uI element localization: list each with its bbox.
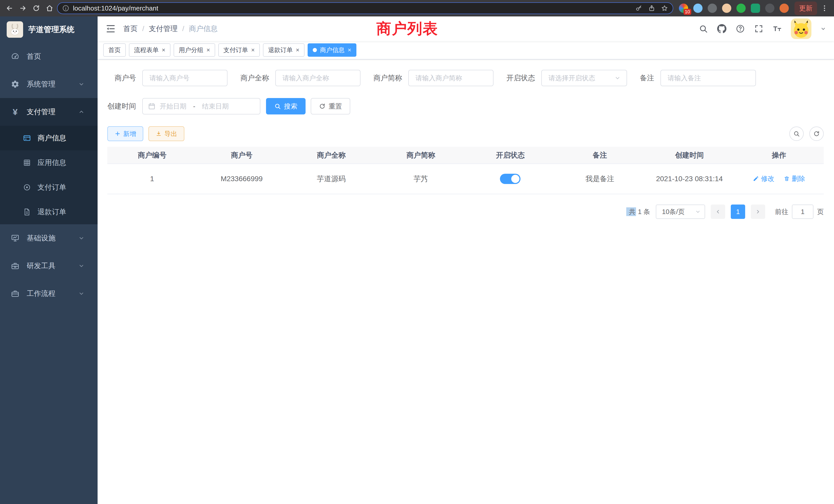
extension-icon-5[interactable]: [737, 4, 746, 13]
tab-close-icon[interactable]: ×: [251, 47, 255, 53]
refresh-table-button[interactable]: [809, 127, 824, 141]
date-range-separator: -: [193, 102, 195, 110]
reload-button[interactable]: [30, 2, 42, 14]
sidebar-item-system[interactable]: 系统管理: [0, 70, 97, 98]
tab-close-icon[interactable]: ×: [162, 47, 166, 53]
merchant-name-label: 商户全称: [240, 73, 269, 83]
next-page-button[interactable]: [751, 205, 765, 219]
merchant-name-input[interactable]: [275, 70, 360, 86]
pagination-total-prefix: 共: [626, 207, 636, 216]
sidebar-item-home[interactable]: 首页: [0, 43, 97, 70]
browser-menu-button[interactable]: [818, 2, 830, 14]
tab-process-form[interactable]: 流程表单 ×: [129, 43, 171, 57]
tab-pay-order[interactable]: 支付订单 ×: [218, 43, 260, 57]
cell-short-name: 芋艿: [376, 164, 465, 194]
edit-link[interactable]: 修改: [753, 174, 774, 183]
github-link[interactable]: [717, 24, 727, 33]
tab-user-group[interactable]: 用户分组 ×: [174, 43, 215, 57]
sidebar-item-infrastructure[interactable]: 基础设施: [0, 224, 97, 252]
status-toggle[interactable]: [500, 174, 521, 184]
merchant-card-icon: [23, 134, 31, 142]
sidebar-item-merchant-info[interactable]: 商户信息: [0, 126, 97, 151]
sidebar-item-app-info[interactable]: 应用信息: [0, 151, 97, 175]
trash-icon: [784, 176, 790, 182]
delete-link[interactable]: 删除: [784, 174, 805, 183]
fullscreen-button[interactable]: [754, 24, 764, 33]
breadcrumb-payment[interactable]: 支付管理: [149, 24, 178, 33]
header-search-button[interactable]: [698, 24, 708, 33]
home-button[interactable]: [44, 2, 56, 14]
tab-refund-order[interactable]: 退款订单 ×: [263, 43, 305, 57]
sidebar-group-payment: ¥ 支付管理 商户信息 应用信息 支付订单: [0, 98, 97, 224]
extension-icon-1[interactable]: 10: [679, 4, 688, 13]
search-button[interactable]: 搜索: [266, 98, 306, 114]
filter-row-1: 商户号 商户全称 商户简称 开启状态 请选择开启状态: [107, 70, 824, 86]
table-toolbar: 新增 导出: [107, 126, 824, 141]
font-size-button[interactable]: [772, 24, 782, 33]
tab-close-icon[interactable]: ×: [296, 47, 300, 53]
cell-merchant-no: M233666999: [197, 164, 287, 194]
extension-icon-7[interactable]: [765, 4, 774, 13]
sidebar-item-workflow[interactable]: 工作流程: [0, 280, 97, 307]
col-merchant-id: 商户编号: [107, 147, 197, 164]
bookmark-star-icon[interactable]: [661, 5, 668, 12]
filter-merchant-name: 商户全称: [240, 70, 360, 86]
refresh-icon: [319, 103, 326, 110]
sidebar-item-dev-tools[interactable]: 研发工具: [0, 252, 97, 280]
chevron-right-icon: [755, 209, 761, 214]
merchant-short-input[interactable]: [408, 70, 493, 86]
delete-link-label: 删除: [792, 174, 805, 183]
reset-button[interactable]: 重置: [311, 98, 350, 114]
sidebar-item-refund-order[interactable]: 退款订单: [0, 200, 97, 224]
tab-close-icon[interactable]: ×: [206, 47, 210, 53]
create-time-range-picker[interactable]: 开始日期 - 结束日期: [142, 98, 260, 114]
col-full-name: 商户全称: [287, 147, 376, 164]
tab-merchant-info[interactable]: 商户信息 ×: [308, 43, 356, 57]
home-icon: [46, 4, 53, 12]
chevron-left-icon: [715, 209, 721, 214]
extension-icon-6[interactable]: [751, 4, 760, 13]
col-create-time: 创建时间: [645, 147, 734, 164]
password-key-icon[interactable]: [635, 5, 642, 12]
remark-input[interactable]: [660, 70, 756, 86]
extension-icons: 10: [675, 4, 793, 13]
site-info-icon[interactable]: [62, 5, 69, 12]
url-text[interactable]: localhost:1024/pay/merchant: [73, 4, 158, 12]
forward-button[interactable]: [17, 2, 29, 14]
share-icon[interactable]: [648, 5, 655, 12]
filter-merchant-no: 商户号: [107, 70, 227, 86]
export-button[interactable]: 导出: [148, 126, 184, 141]
browser-toolbar: localhost:1024/pay/merchant 10 更新: [0, 0, 834, 17]
avatar-caret-icon[interactable]: [820, 26, 826, 32]
extension-icon-2[interactable]: [693, 4, 703, 13]
address-bar[interactable]: localhost:1024/pay/merchant: [57, 2, 673, 14]
page-size-select[interactable]: 10条/页: [656, 205, 705, 219]
merchant-no-input[interactable]: [142, 70, 227, 86]
user-avatar[interactable]: [791, 19, 811, 39]
browser-update-button[interactable]: 更新: [794, 2, 817, 15]
extension-icon-3[interactable]: [708, 4, 717, 13]
sidebar-fold-button[interactable]: [105, 23, 116, 34]
prev-page-button[interactable]: [711, 205, 725, 219]
status-label: 开启状态: [506, 73, 535, 83]
forward-icon: [19, 4, 27, 12]
chevron-down-icon: [614, 75, 621, 81]
back-button[interactable]: [4, 2, 16, 14]
breadcrumb-home[interactable]: 首页: [123, 24, 138, 33]
extension-icon-4[interactable]: [722, 4, 731, 13]
col-status: 开启状态: [465, 147, 555, 164]
add-button[interactable]: 新增: [107, 126, 143, 141]
tab-close-icon[interactable]: ×: [348, 47, 351, 53]
breadcrumb: 首页 / 支付管理 / 商户信息: [123, 24, 218, 33]
sidebar-item-pay-order[interactable]: 支付订单: [0, 175, 97, 200]
tab-home[interactable]: 首页: [103, 43, 126, 57]
toggle-search-button[interactable]: [789, 127, 804, 141]
goto-page-input[interactable]: [792, 205, 813, 219]
sidebar-item-payment[interactable]: ¥ 支付管理: [0, 98, 97, 126]
page-number-button[interactable]: 1: [731, 205, 745, 219]
status-select[interactable]: 请选择开启状态: [541, 70, 627, 86]
extension-icon-8[interactable]: [780, 4, 789, 13]
app-logo[interactable]: 芋道管理系统: [0, 17, 97, 43]
help-button[interactable]: [736, 24, 745, 33]
tab-label: 首页: [108, 46, 121, 54]
